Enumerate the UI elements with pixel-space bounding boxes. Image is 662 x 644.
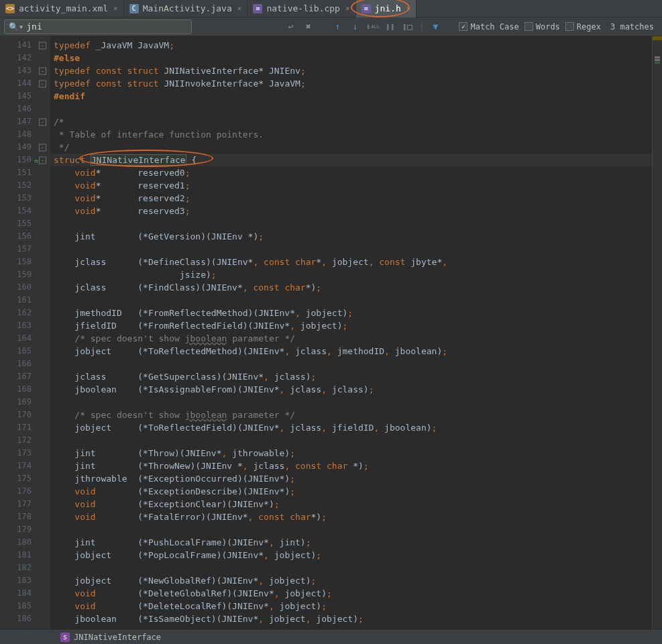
line-number[interactable]: 186: [0, 612, 49, 625]
match-case-checkbox[interactable]: Match Case: [459, 22, 518, 32]
line-number[interactable]: 183: [0, 574, 49, 587]
line-number[interactable]: 161: [0, 294, 49, 307]
code-line[interactable]: void* reserved2;: [54, 192, 652, 205]
line-number[interactable]: 147-: [0, 115, 49, 128]
breadcrumb-text[interactable]: JNINativeInterface: [74, 633, 161, 642]
code-line[interactable]: jsize);: [54, 268, 652, 281]
code-line[interactable]: #endif: [54, 90, 652, 103]
code-line[interactable]: void (*ExceptionClear)(JNIEnv*);: [54, 498, 652, 511]
code-line[interactable]: /*: [54, 115, 652, 128]
code-line[interactable]: jboolean (*IsAssignableFrom)(JNIEnv*, jc…: [54, 383, 652, 396]
select-all-icon[interactable]: ⤈ALL: [367, 21, 379, 33]
line-number[interactable]: 155: [0, 217, 49, 230]
error-stripe[interactable]: [653, 36, 662, 629]
line-number[interactable]: 175: [0, 472, 49, 485]
close-tab-icon[interactable]: ×: [406, 4, 411, 13]
code-line[interactable]: typedef _JavaVM JavaVM;: [54, 39, 652, 52]
code-line[interactable]: typedef const struct JNINativeInterface*…: [54, 64, 652, 77]
line-number[interactable]: 178: [0, 511, 49, 523]
line-number[interactable]: 182: [0, 561, 49, 574]
code-line[interactable]: void* reserved3;: [54, 205, 652, 217]
close-tab-icon[interactable]: ×: [113, 4, 118, 13]
code-line[interactable]: void (*ExceptionDescribe)(JNIEnv*);: [54, 485, 652, 498]
multiline-icon[interactable]: ⫿□: [402, 21, 414, 33]
line-number[interactable]: 177: [0, 498, 49, 511]
editor-tab-activity_main-xml[interactable]: <>activity_main.xml×: [0, 0, 124, 17]
line-number[interactable]: 157: [0, 243, 49, 256]
line-number[interactable]: 167: [0, 370, 49, 383]
code-view[interactable]: typedef _JavaVM JavaVM;#elsetypedef cons…: [50, 36, 653, 629]
regex-checkbox[interactable]: Regex: [565, 22, 601, 32]
code-line[interactable]: jthrowable (*ExceptionOccurred)(JNIEnv*)…: [54, 472, 652, 485]
next-occurrence-icon[interactable]: ↓: [349, 21, 362, 33]
line-number[interactable]: 145: [0, 90, 49, 103]
code-line[interactable]: /* spec doesn't show jboolean parameter …: [54, 409, 652, 421]
editor-tab-MainActivity-java[interactable]: CMainActivity.java×: [124, 0, 248, 17]
line-number[interactable]: 169: [0, 396, 49, 409]
code-line[interactable]: void (*DeleteGlobalRef)(JNIEnv*, jobject…: [54, 587, 652, 600]
code-line[interactable]: void* reserved0;: [54, 166, 652, 179]
line-number[interactable]: 141-: [0, 39, 49, 52]
line-number[interactable]: 156: [0, 230, 49, 243]
code-line[interactable]: #else: [54, 52, 652, 64]
line-number[interactable]: 166: [0, 358, 49, 370]
code-line[interactable]: jclass (*GetSuperclass)(JNIEnv*, jclass)…: [54, 370, 652, 383]
line-number[interactable]: 165: [0, 345, 49, 358]
code-line[interactable]: typedef const struct JNIInvokeInterface*…: [54, 77, 652, 90]
close-tab-icon[interactable]: ×: [237, 4, 242, 13]
words-checkbox[interactable]: Words: [525, 22, 560, 32]
line-number[interactable]: 164: [0, 332, 49, 345]
line-number[interactable]: 180: [0, 536, 49, 549]
line-number[interactable]: 174: [0, 460, 49, 472]
code-line[interactable]: * Table of interface function pointers.: [54, 128, 652, 141]
fold-toggle-icon[interactable]: -: [39, 144, 46, 151]
find-input[interactable]: 🔍▾ jni: [4, 19, 192, 34]
line-number[interactable]: 142: [0, 52, 49, 64]
line-number[interactable]: 153: [0, 192, 49, 205]
close-tab-icon[interactable]: ×: [345, 4, 350, 13]
line-number[interactable]: 171: [0, 421, 49, 434]
line-number[interactable]: 181: [0, 549, 49, 561]
code-line[interactable]: [54, 217, 652, 230]
code-line[interactable]: [54, 358, 652, 370]
line-number[interactable]: 163: [0, 319, 49, 332]
line-number[interactable]: 173: [0, 447, 49, 460]
line-number[interactable]: 154: [0, 205, 49, 217]
code-line[interactable]: [54, 434, 652, 447]
fold-toggle-icon[interactable]: -: [39, 42, 46, 49]
find-scope-icon[interactable]: ⫿⫿: [384, 21, 396, 33]
line-number[interactable]: 152: [0, 179, 49, 192]
line-number[interactable]: 179: [0, 523, 49, 536]
line-number[interactable]: 151: [0, 166, 49, 179]
line-number[interactable]: 144-: [0, 77, 49, 90]
close-find-icon[interactable]: ✖: [302, 21, 315, 33]
code-line[interactable]: jmethodID (*FromReflectedMethod)(JNIEnv*…: [54, 307, 652, 319]
line-number[interactable]: 162: [0, 307, 49, 319]
code-line[interactable]: jboolean (*IsSameObject)(JNIEnv*, jobjec…: [54, 612, 652, 625]
fold-toggle-icon[interactable]: -: [39, 67, 46, 74]
line-number[interactable]: 170: [0, 409, 49, 421]
code-line[interactable]: [54, 103, 652, 115]
code-line[interactable]: jobject (*NewGlobalRef)(JNIEnv*, jobject…: [54, 574, 652, 587]
code-line[interactable]: [54, 294, 652, 307]
editor-tab-jni-h[interactable]: ≡jni.h×: [356, 0, 417, 17]
gutter[interactable]: 141-142143-144-145146147-148149-150-⇆151…: [0, 36, 50, 629]
code-line[interactable]: [54, 523, 652, 536]
code-line[interactable]: jint (*GetVersion)(JNIEnv *);: [54, 230, 652, 243]
line-number[interactable]: 172: [0, 434, 49, 447]
code-line[interactable]: void* reserved1;: [54, 179, 652, 192]
line-number[interactable]: 146: [0, 103, 49, 115]
line-number[interactable]: 149-: [0, 141, 49, 154]
line-number[interactable]: 160: [0, 281, 49, 294]
line-number[interactable]: 168: [0, 383, 49, 396]
code-line[interactable]: /* spec doesn't show jboolean parameter …: [54, 332, 652, 345]
code-line[interactable]: jint (*Throw)(JNIEnv*, jthrowable);: [54, 447, 652, 460]
code-line[interactable]: jobject (*ToReflectedField)(JNIEnv*, jcl…: [54, 421, 652, 434]
fold-toggle-icon[interactable]: -: [39, 156, 46, 164]
prev-occurrence-icon[interactable]: ↑: [332, 21, 344, 33]
line-number[interactable]: 143-: [0, 64, 49, 77]
line-number[interactable]: 176: [0, 485, 49, 498]
prev-change-icon[interactable]: ↩: [285, 21, 297, 33]
code-line[interactable]: */: [54, 141, 652, 154]
code-line[interactable]: jobject (*ToReflectedMethod)(JNIEnv*, jc…: [54, 345, 652, 358]
